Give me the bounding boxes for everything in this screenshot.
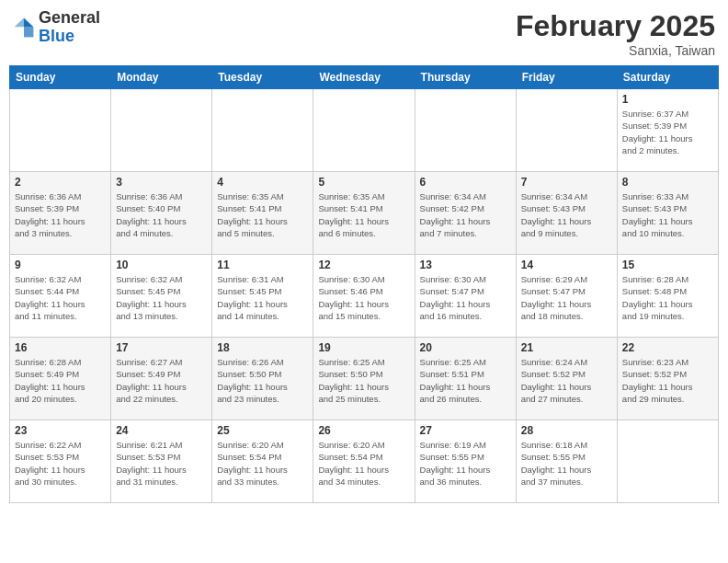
day-number: 22	[622, 341, 713, 354]
day-number: 6	[420, 176, 511, 189]
col-header-sunday: Sunday	[10, 66, 111, 89]
day-info: Sunrise: 6:37 AM Sunset: 5:39 PM Dayligh…	[622, 108, 713, 156]
calendar-day-cell: 22Sunrise: 6:23 AM Sunset: 5:52 PM Dayli…	[617, 338, 718, 420]
day-number: 13	[420, 259, 511, 271]
svg-marker-2	[15, 17, 24, 27]
col-header-tuesday: Tuesday	[212, 66, 313, 89]
day-number: 23	[15, 424, 106, 437]
calendar-day-cell: 1Sunrise: 6:37 AM Sunset: 5:39 PM Daylig…	[617, 89, 718, 172]
day-info: Sunrise: 6:34 AM Sunset: 5:42 PM Dayligh…	[420, 190, 511, 239]
calendar-header-row: SundayMondayTuesdayWednesdayThursdayFrid…	[10, 66, 719, 89]
day-number: 24	[116, 424, 207, 437]
day-info: Sunrise: 6:25 AM Sunset: 5:51 PM Dayligh…	[420, 356, 511, 405]
day-info: Sunrise: 6:19 AM Sunset: 5:55 PM Dayligh…	[420, 439, 511, 488]
day-number: 27	[420, 424, 511, 437]
day-number: 25	[217, 424, 308, 437]
calendar-day-cell: 5Sunrise: 6:35 AM Sunset: 5:41 PM Daylig…	[313, 172, 415, 255]
calendar-week-row: 1Sunrise: 6:37 AM Sunset: 5:39 PM Daylig…	[10, 89, 719, 172]
col-header-monday: Monday	[111, 66, 212, 89]
day-info: Sunrise: 6:32 AM Sunset: 5:44 PM Dayligh…	[15, 273, 106, 322]
day-number: 20	[420, 341, 511, 354]
calendar-day-cell: 14Sunrise: 6:29 AM Sunset: 5:47 PM Dayli…	[516, 255, 617, 338]
logo-text: General Blue	[39, 9, 100, 46]
day-info: Sunrise: 6:28 AM Sunset: 5:49 PM Dayligh…	[15, 356, 106, 405]
day-number: 8	[622, 176, 713, 189]
calendar-day-cell: 25Sunrise: 6:20 AM Sunset: 5:54 PM Dayli…	[212, 420, 313, 503]
day-info: Sunrise: 6:18 AM Sunset: 5:55 PM Dayligh…	[521, 439, 612, 488]
day-number: 2	[15, 176, 106, 189]
calendar-table: SundayMondayTuesdayWednesdayThursdayFrid…	[9, 65, 719, 503]
day-info: Sunrise: 6:30 AM Sunset: 5:46 PM Dayligh…	[318, 273, 409, 322]
day-number: 1	[622, 93, 713, 106]
day-info: Sunrise: 6:33 AM Sunset: 5:43 PM Dayligh…	[622, 190, 713, 239]
day-number: 7	[521, 176, 612, 189]
calendar-day-cell: 21Sunrise: 6:24 AM Sunset: 5:52 PM Dayli…	[516, 338, 617, 420]
calendar-day-cell: 13Sunrise: 6:30 AM Sunset: 5:47 PM Dayli…	[415, 255, 516, 338]
calendar-day-cell: 24Sunrise: 6:21 AM Sunset: 5:53 PM Dayli…	[111, 420, 212, 503]
day-info: Sunrise: 6:27 AM Sunset: 5:49 PM Dayligh…	[116, 356, 207, 405]
calendar-day-cell: 18Sunrise: 6:26 AM Sunset: 5:50 PM Dayli…	[212, 338, 313, 420]
calendar-day-cell: 2Sunrise: 6:36 AM Sunset: 5:39 PM Daylig…	[10, 172, 111, 255]
calendar-day-cell: 26Sunrise: 6:20 AM Sunset: 5:54 PM Dayli…	[313, 420, 415, 503]
calendar-day-cell: 23Sunrise: 6:22 AM Sunset: 5:53 PM Dayli…	[10, 420, 111, 503]
day-info: Sunrise: 6:20 AM Sunset: 5:54 PM Dayligh…	[217, 439, 308, 488]
logo-general: General	[39, 8, 100, 27]
day-info: Sunrise: 6:30 AM Sunset: 5:47 PM Dayligh…	[420, 273, 511, 322]
empty-day-cell	[212, 89, 313, 172]
day-info: Sunrise: 6:29 AM Sunset: 5:47 PM Dayligh…	[521, 273, 612, 322]
day-number: 19	[318, 341, 409, 354]
day-info: Sunrise: 6:21 AM Sunset: 5:53 PM Dayligh…	[116, 439, 207, 488]
day-number: 14	[521, 259, 612, 271]
logo-icon	[13, 17, 35, 39]
month-year-title: February 2025	[516, 9, 715, 43]
calendar-day-cell: 16Sunrise: 6:28 AM Sunset: 5:49 PM Dayli…	[10, 338, 111, 420]
day-number: 11	[217, 259, 308, 271]
day-info: Sunrise: 6:28 AM Sunset: 5:48 PM Dayligh…	[622, 273, 713, 322]
calendar-day-cell: 19Sunrise: 6:25 AM Sunset: 5:50 PM Dayli…	[313, 338, 415, 420]
empty-day-cell	[10, 89, 111, 172]
day-number: 12	[318, 259, 409, 271]
day-number: 17	[116, 341, 207, 354]
calendar-day-cell: 6Sunrise: 6:34 AM Sunset: 5:42 PM Daylig…	[415, 172, 516, 255]
day-info: Sunrise: 6:34 AM Sunset: 5:43 PM Dayligh…	[521, 190, 612, 239]
day-number: 26	[318, 424, 409, 437]
calendar-day-cell: 3Sunrise: 6:36 AM Sunset: 5:40 PM Daylig…	[111, 172, 212, 255]
col-header-friday: Friday	[516, 66, 617, 89]
day-info: Sunrise: 6:31 AM Sunset: 5:45 PM Dayligh…	[217, 273, 308, 322]
day-info: Sunrise: 6:22 AM Sunset: 5:53 PM Dayligh…	[15, 439, 106, 488]
day-number: 3	[116, 176, 207, 189]
day-info: Sunrise: 6:35 AM Sunset: 5:41 PM Dayligh…	[318, 190, 409, 239]
day-number: 18	[217, 341, 308, 354]
calendar-day-cell: 28Sunrise: 6:18 AM Sunset: 5:55 PM Dayli…	[516, 420, 617, 503]
logo: General Blue	[13, 9, 100, 46]
day-number: 4	[217, 176, 308, 189]
day-number: 5	[318, 176, 409, 189]
empty-day-cell	[313, 89, 415, 172]
day-number: 28	[521, 424, 612, 437]
logo-blue: Blue	[39, 27, 74, 45]
day-number: 16	[15, 341, 106, 354]
day-info: Sunrise: 6:26 AM Sunset: 5:50 PM Dayligh…	[217, 356, 308, 405]
calendar-day-cell: 11Sunrise: 6:31 AM Sunset: 5:45 PM Dayli…	[212, 255, 313, 338]
empty-day-cell	[415, 89, 516, 172]
col-header-thursday: Thursday	[415, 66, 516, 89]
day-info: Sunrise: 6:36 AM Sunset: 5:40 PM Dayligh…	[116, 190, 207, 239]
calendar-day-cell: 4Sunrise: 6:35 AM Sunset: 5:41 PM Daylig…	[212, 172, 313, 255]
calendar-day-cell: 9Sunrise: 6:32 AM Sunset: 5:44 PM Daylig…	[10, 255, 111, 338]
day-number: 21	[521, 341, 612, 354]
col-header-saturday: Saturday	[617, 66, 718, 89]
calendar-day-cell: 10Sunrise: 6:32 AM Sunset: 5:45 PM Dayli…	[111, 255, 212, 338]
calendar-week-row: 2Sunrise: 6:36 AM Sunset: 5:39 PM Daylig…	[10, 172, 719, 255]
day-info: Sunrise: 6:32 AM Sunset: 5:45 PM Dayligh…	[116, 273, 207, 322]
calendar-week-row: 16Sunrise: 6:28 AM Sunset: 5:49 PM Dayli…	[10, 338, 719, 420]
day-info: Sunrise: 6:25 AM Sunset: 5:50 PM Dayligh…	[318, 356, 409, 405]
calendar-day-cell: 8Sunrise: 6:33 AM Sunset: 5:43 PM Daylig…	[617, 172, 718, 255]
day-number: 10	[116, 259, 207, 271]
svg-marker-1	[24, 27, 33, 37]
col-header-wednesday: Wednesday	[313, 66, 415, 89]
calendar-day-cell: 15Sunrise: 6:28 AM Sunset: 5:48 PM Dayli…	[617, 255, 718, 338]
calendar-week-row: 23Sunrise: 6:22 AM Sunset: 5:53 PM Dayli…	[10, 420, 719, 503]
calendar-day-cell: 7Sunrise: 6:34 AM Sunset: 5:43 PM Daylig…	[516, 172, 617, 255]
calendar-day-cell: 27Sunrise: 6:19 AM Sunset: 5:55 PM Dayli…	[415, 420, 516, 503]
calendar-day-cell: 12Sunrise: 6:30 AM Sunset: 5:46 PM Dayli…	[313, 255, 415, 338]
